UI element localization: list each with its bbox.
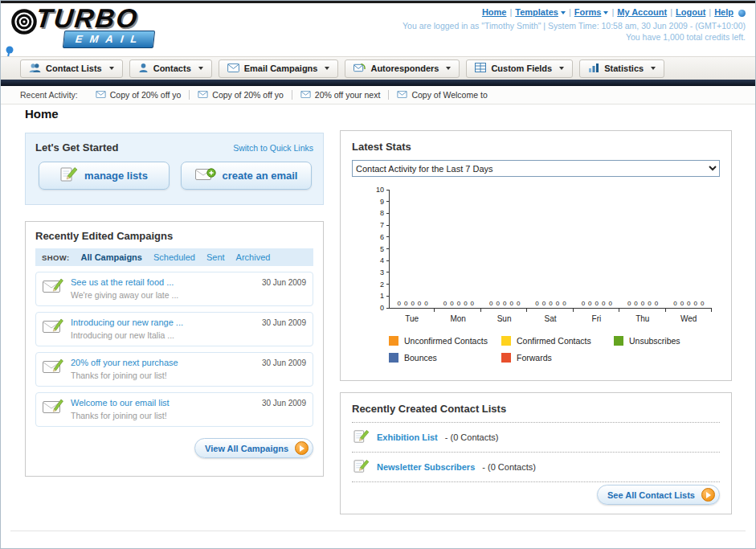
top-link-home[interactable]: Home <box>482 7 507 17</box>
contact-activity-chart: 00000000000000000000000000000000000 0123… <box>389 190 712 323</box>
legend-item: Confirmed Contacts <box>501 336 614 346</box>
x-axis-tick <box>574 309 619 312</box>
link-divider <box>709 7 711 17</box>
envelope-icon <box>397 90 407 100</box>
contact-list-item: Newsletter Subscribers - (0 Contacts) <box>352 453 720 482</box>
tab-label: Autoresponders <box>370 64 439 73</box>
tab-autoresponders[interactable]: Autoresponders <box>345 59 460 78</box>
campaign-date: 30 Jun 2009 <box>262 318 306 327</box>
top-link-templates[interactable]: Templates <box>515 7 558 17</box>
recent-activity-item[interactable]: Copy of 20% off yo <box>88 90 190 100</box>
chevron-down-icon <box>446 67 451 70</box>
contact-list-link[interactable]: Newsletter Subscribers <box>377 462 475 472</box>
y-axis-label: 6 <box>371 233 384 241</box>
y-axis-label: 0 <box>371 304 384 312</box>
campaign-title-link[interactable]: 20% off your next purchase <box>71 358 178 367</box>
get-started-panel: Let's Get Started Switch to Quick Links … <box>25 133 324 205</box>
chart-value-label: 0 <box>641 300 644 307</box>
tab-custom-fields[interactable]: Custom Fields <box>466 59 573 78</box>
main-nav: Contact Lists Contacts Email Campaigns A… <box>1 56 755 80</box>
create-email-button[interactable]: create an email <box>181 162 312 190</box>
tab-archived[interactable]: Archived <box>236 252 271 262</box>
chart-value-label: 0 <box>588 300 591 307</box>
chart-value-label: 0 <box>411 300 414 307</box>
top-link-my-account[interactable]: My Account <box>617 7 667 17</box>
recent-activity-text: Copy of Welcome to <box>411 90 487 100</box>
chart-value-label: 0 <box>450 300 453 307</box>
contact-list-link[interactable]: Exhibition List <box>377 432 438 442</box>
app-logo[interactable]: TURBO EMAIL <box>7 5 154 48</box>
top-link-forms[interactable]: Forms <box>574 7 602 17</box>
footer-divider <box>10 531 746 531</box>
stats-panel: Latest Stats Contact Activity for the La… <box>340 130 732 381</box>
chart-plot-area: 00000000000000000000000000000000000 0123… <box>389 190 712 309</box>
campaign-date: 30 Jun 2009 <box>262 358 306 367</box>
recent-activity-item[interactable]: Copy of Welcome to <box>389 90 495 100</box>
legend-swatch <box>389 336 398 346</box>
link-divider <box>509 7 512 17</box>
manage-lists-button[interactable]: manage lists <box>39 162 170 190</box>
legend-label: Bounces <box>404 353 437 363</box>
campaign-title-link[interactable]: See us at the retail food ... <box>71 277 174 287</box>
header-right: HomeTemplatesFormsMy AccountLogoutHelp Y… <box>403 7 746 42</box>
tab-contact-lists[interactable]: Contact Lists <box>20 59 123 78</box>
y-axis-tick <box>386 190 390 191</box>
chart-value-label: 0 <box>701 300 704 307</box>
chart-value-label: 0 <box>535 300 538 307</box>
contact-list-item: Exhibition List - (0 Contacts) <box>352 423 720 453</box>
see-all-contact-lists-button[interactable]: See All Contact Lists <box>597 485 720 505</box>
x-axis-labels: TueMonSunSatFriThuWed <box>389 314 712 323</box>
switch-quick-links-link[interactable]: Switch to Quick Links <box>233 143 313 153</box>
y-axis-tick <box>386 225 390 226</box>
view-all-campaigns-button[interactable]: View All Campaigns <box>194 438 313 458</box>
chevron-down-icon <box>198 67 203 70</box>
page-title: Home <box>25 107 59 121</box>
top-link-logout[interactable]: Logout <box>676 7 705 17</box>
bar-chart-icon <box>588 63 599 74</box>
x-axis-tick <box>435 309 480 312</box>
envelope-plus-icon <box>195 167 216 184</box>
chart-value-label: 0 <box>602 300 605 307</box>
chart-value-label: 0 <box>398 300 401 307</box>
contact-list-count: - (0 Contacts) <box>482 462 536 472</box>
campaign-date: 30 Jun 2009 <box>262 399 306 408</box>
get-started-title: Let's Get Started <box>35 141 119 154</box>
recent-activity-item[interactable]: 20% off your next <box>292 90 390 100</box>
tab-contacts[interactable]: Contacts <box>129 59 212 78</box>
chart-value-label: 0 <box>556 300 559 307</box>
top-link-help[interactable]: Help <box>714 7 734 17</box>
chart-value-label: 0 <box>595 300 599 307</box>
chart-value-labels: 00000 <box>574 300 619 307</box>
campaign-title-link[interactable]: Introducing our new range ... <box>71 318 183 327</box>
campaign-subtitle: We're giving away our late ... <box>71 290 306 300</box>
pencil-page-icon <box>353 429 370 445</box>
legend-swatch <box>501 353 511 363</box>
chart-value-labels: 00000 <box>435 300 481 307</box>
tab-email-campaigns[interactable]: Email Campaigns <box>219 59 339 78</box>
campaign-title-link[interactable]: Welcome to our email list <box>71 398 170 408</box>
stats-period-select[interactable]: Contact Activity for the Last 7 Days <box>352 160 720 177</box>
tab-all-campaigns[interactable]: All Campaigns <box>81 252 142 262</box>
status-dot-icon <box>738 10 746 17</box>
envelope-icon <box>198 90 208 100</box>
y-axis-tick <box>386 260 390 261</box>
envelope-icon <box>96 90 106 100</box>
tab-statistics[interactable]: Statistics <box>579 59 664 78</box>
tab-scheduled[interactable]: Scheduled <box>153 252 195 262</box>
y-axis-label: 7 <box>371 221 384 229</box>
y-axis-tick <box>386 308 390 309</box>
y-axis-label: 2 <box>371 281 384 289</box>
y-axis-tick <box>386 272 390 272</box>
legend-item: Unconfirmed Contacts <box>389 336 501 346</box>
chart-value-label: 0 <box>464 300 467 307</box>
recent-activity-item[interactable]: Copy of 20% off yo <box>190 90 292 100</box>
logo-email-text: EMAIL <box>63 31 156 48</box>
chevron-down-icon <box>109 67 114 70</box>
credits-info: You have 1,000 total credits left. <box>403 32 746 42</box>
tab-sent[interactable]: Sent <box>206 252 225 262</box>
chart-value-label: 0 <box>424 300 427 307</box>
chart-value-label: 0 <box>680 300 684 307</box>
left-column: Let's Get Started Switch to Quick Links … <box>25 133 324 477</box>
chart-value-label: 0 <box>443 300 447 307</box>
y-axis-tick <box>386 213 390 214</box>
